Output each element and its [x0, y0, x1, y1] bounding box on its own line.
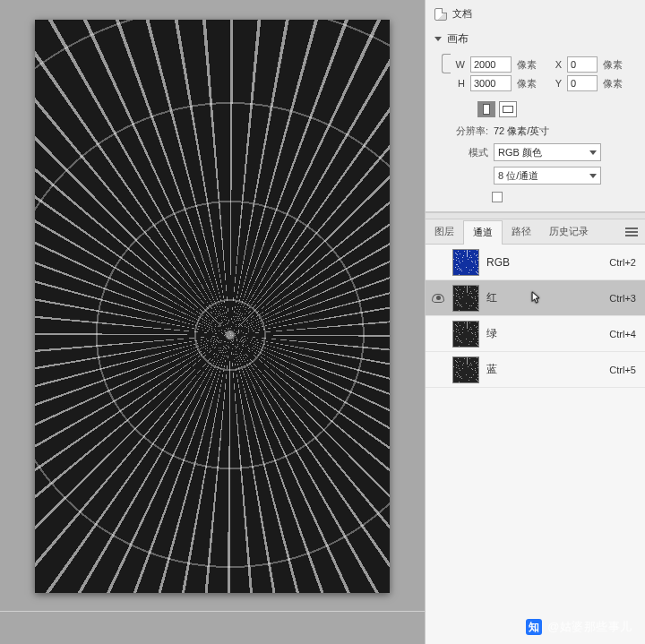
properties-panel: 文档 画布 W 像素 X 像素 H 像素 [426, 0, 645, 212]
document-canvas[interactable] [35, 20, 390, 593]
visibility-toggle[interactable] [431, 363, 445, 377]
orientation-landscape-button[interactable] [499, 101, 517, 117]
tab-history[interactable]: 历史记录 [540, 219, 598, 244]
channel-row[interactable]: 绿Ctrl+4 [426, 316, 645, 352]
tab-paths[interactable]: 路径 [503, 219, 540, 244]
y-input[interactable] [567, 75, 598, 91]
x-unit: 像素 [603, 58, 623, 72]
landscape-icon [503, 106, 513, 113]
canvas-section-toggle[interactable]: 画布 [434, 26, 636, 54]
watermark: 知 @姑婆那些事儿 [526, 619, 632, 635]
document-label: 文档 [452, 7, 472, 21]
height-unit: 像素 [517, 77, 537, 90]
height-input[interactable] [470, 75, 512, 91]
channel-name: RGB [486, 256, 602, 269]
panel-tabs: 图层 通道 路径 历史记录 [426, 219, 645, 245]
mode-label: 模式 [452, 146, 488, 159]
y-unit: 像素 [603, 77, 623, 90]
bit-depth-select[interactable]: 8 位/通道 [494, 167, 601, 185]
orientation-group [477, 101, 636, 117]
width-input[interactable] [470, 56, 512, 73]
canvas-viewport[interactable] [0, 0, 425, 644]
portrait-icon [483, 104, 490, 115]
channel-row[interactable]: RGBCtrl+2 [426, 245, 645, 280]
channel-name: 红 [486, 290, 602, 305]
panel-divider [426, 212, 645, 219]
visibility-toggle[interactable] [431, 327, 445, 341]
option-checkbox[interactable] [492, 192, 503, 202]
channel-row[interactable]: 红Ctrl+3 [426, 280, 645, 316]
resolution-label: 分辨率: [452, 125, 488, 138]
tab-channels[interactable]: 通道 [463, 220, 503, 245]
channel-shortcut: Ctrl+5 [609, 365, 636, 375]
tab-layers[interactable]: 图层 [426, 219, 463, 244]
color-mode-select[interactable]: RGB 颜色 [494, 143, 601, 161]
panel-menu-icon[interactable] [625, 228, 638, 236]
document-icon [434, 8, 447, 21]
height-label: H [454, 78, 465, 89]
channel-shortcut: Ctrl+4 [609, 329, 636, 339]
channel-thumbnail [452, 356, 479, 383]
zhihu-logo-icon: 知 [526, 619, 542, 635]
properties-sidebar: 文档 画布 W 像素 X 像素 H 像素 [425, 0, 645, 644]
canvas-scrollbar-edge [0, 611, 425, 612]
y-label: Y [551, 78, 562, 89]
x-input[interactable] [567, 56, 598, 73]
visibility-toggle[interactable] [431, 291, 445, 305]
document-header[interactable]: 文档 [434, 5, 636, 26]
channel-shortcut: Ctrl+2 [609, 257, 636, 268]
chevron-down-icon [434, 37, 442, 41]
resolution-value: 72 像素/英寸 [494, 125, 549, 138]
channels-list: RGBCtrl+2红Ctrl+3绿Ctrl+4蓝Ctrl+5 [426, 245, 645, 644]
channel-row[interactable]: 蓝Ctrl+5 [426, 352, 645, 388]
channel-name: 绿 [486, 326, 602, 341]
channel-thumbnail [452, 321, 479, 348]
channel-name: 蓝 [486, 362, 602, 377]
color-mode-value: RGB 颜色 [498, 146, 542, 159]
bit-depth-value: 8 位/通道 [498, 169, 538, 183]
channel-thumbnail [452, 249, 479, 276]
orientation-portrait-button[interactable] [477, 101, 495, 117]
width-unit: 像素 [517, 58, 537, 72]
eye-icon [432, 294, 444, 303]
channel-shortcut: Ctrl+3 [609, 293, 636, 304]
x-label: X [551, 59, 562, 70]
chevron-down-icon [589, 150, 597, 155]
visibility-toggle[interactable] [431, 255, 445, 270]
channel-thumbnail [452, 285, 479, 312]
width-label: W [454, 59, 465, 70]
watermark-text: @姑婆那些事儿 [547, 619, 632, 635]
canvas-section-title: 画布 [447, 31, 469, 47]
chevron-down-icon [589, 174, 597, 178]
